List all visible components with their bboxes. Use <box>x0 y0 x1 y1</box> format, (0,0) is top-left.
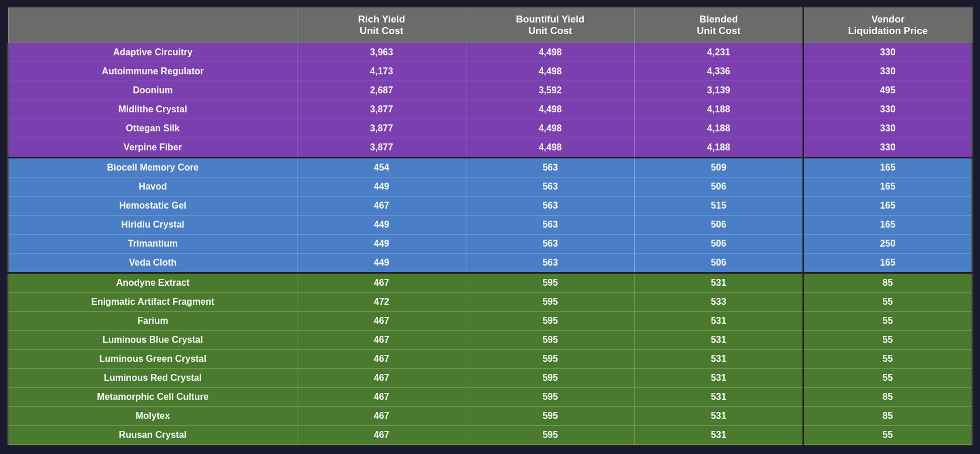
cell-rich-yield: 467 <box>297 196 466 215</box>
cell-bountiful-yield: 563 <box>466 158 635 177</box>
table-row: Anodyne Extract46759553185 <box>8 273 972 293</box>
cell-blended: 531 <box>635 350 804 369</box>
cell-material: Autoimmune Regulator <box>8 62 297 81</box>
table-row: Adaptive Circuitry3,9634,4984,231330 <box>8 43 972 62</box>
cell-material: Biocell Memory Core <box>8 158 297 177</box>
cell-material: Farium <box>8 312 297 331</box>
cell-rich-yield: 449 <box>297 254 466 273</box>
cell-rich-yield: 4,173 <box>297 62 466 81</box>
cell-bountiful-yield: 4,498 <box>466 43 635 62</box>
cell-bountiful-yield: 595 <box>466 293 635 312</box>
table-row: Ruusan Crystal46759553155 <box>8 426 972 445</box>
table-row: Luminous Red Crystal46759553155 <box>8 369 972 388</box>
table-row: Trimantium449563506250 <box>8 234 972 254</box>
cell-material: Molytex <box>8 407 297 426</box>
cell-material: Luminous Blue Crystal <box>8 331 297 350</box>
cell-vendor: 85 <box>803 388 972 407</box>
cell-bountiful-yield: 595 <box>466 273 635 293</box>
cell-vendor: 85 <box>803 407 972 426</box>
cell-material: Luminous Red Crystal <box>8 369 297 388</box>
cell-rich-yield: 454 <box>297 158 466 177</box>
cell-vendor: 55 <box>803 426 972 445</box>
cell-vendor: 495 <box>803 81 972 100</box>
cell-material: Ottegan Silk <box>8 119 297 138</box>
cell-rich-yield: 467 <box>297 388 466 407</box>
header-material <box>8 8 297 43</box>
table-row: Havod449563506165 <box>8 177 972 196</box>
cell-vendor: 85 <box>803 273 972 293</box>
cell-rich-yield: 2,687 <box>297 81 466 100</box>
cell-blended: 3,139 <box>635 81 804 100</box>
cell-rich-yield: 467 <box>297 407 466 426</box>
cell-vendor: 55 <box>803 350 972 369</box>
cell-blended: 506 <box>635 254 804 273</box>
cell-rich-yield: 449 <box>297 234 466 254</box>
cell-vendor: 165 <box>803 254 972 273</box>
cell-vendor: 330 <box>803 138 972 158</box>
table-row: Luminous Blue Crystal46759553155 <box>8 331 972 350</box>
cell-material: Hemostatic Gel <box>8 196 297 215</box>
table-row: Ottegan Silk3,8774,4984,188330 <box>8 119 972 138</box>
cell-material: Adaptive Circuitry <box>8 43 297 62</box>
cell-bountiful-yield: 563 <box>466 254 635 273</box>
cell-material: Luminous Green Crystal <box>8 350 297 369</box>
cell-bountiful-yield: 563 <box>466 234 635 254</box>
cell-rich-yield: 3,877 <box>297 119 466 138</box>
table-row: Doonium2,6873,5923,139495 <box>8 81 972 100</box>
cell-bountiful-yield: 595 <box>466 388 635 407</box>
cell-vendor: 165 <box>803 215 972 234</box>
cell-blended: 509 <box>635 158 804 177</box>
table-row: Luminous Green Crystal46759553155 <box>8 350 972 369</box>
cell-bountiful-yield: 3,592 <box>466 81 635 100</box>
table-row: Biocell Memory Core454563509165 <box>8 158 972 177</box>
cell-bountiful-yield: 4,498 <box>466 100 635 119</box>
cell-bountiful-yield: 595 <box>466 426 635 445</box>
cell-material: Trimantium <box>8 234 297 254</box>
cell-blended: 531 <box>635 312 804 331</box>
materials-table: Rich YieldUnit Cost Bountiful YieldUnit … <box>7 7 973 445</box>
cell-bountiful-yield: 595 <box>466 312 635 331</box>
cell-blended: 4,188 <box>635 138 804 158</box>
cell-vendor: 55 <box>803 293 972 312</box>
cell-vendor: 330 <box>803 43 972 62</box>
cell-rich-yield: 3,963 <box>297 43 466 62</box>
cell-rich-yield: 467 <box>297 350 466 369</box>
cell-blended: 515 <box>635 196 804 215</box>
header-blended: BlendedUnit Cost <box>635 8 804 43</box>
cell-vendor: 55 <box>803 312 972 331</box>
cell-material: Havod <box>8 177 297 196</box>
cell-vendor: 165 <box>803 177 972 196</box>
table-row: Veda Cloth449563506165 <box>8 254 972 273</box>
cell-material: Midlithe Crystal <box>8 100 297 119</box>
cell-vendor: 55 <box>803 331 972 350</box>
table-row: Hiridiu Crystal449563506165 <box>8 215 972 234</box>
cell-blended: 531 <box>635 407 804 426</box>
cell-bountiful-yield: 595 <box>466 369 635 388</box>
cell-bountiful-yield: 4,498 <box>466 62 635 81</box>
cell-blended: 531 <box>635 426 804 445</box>
cell-vendor: 250 <box>803 234 972 254</box>
cell-blended: 506 <box>635 177 804 196</box>
cell-rich-yield: 449 <box>297 177 466 196</box>
cell-rich-yield: 467 <box>297 369 466 388</box>
cell-blended: 4,231 <box>635 43 804 62</box>
cell-material: Doonium <box>8 81 297 100</box>
cell-rich-yield: 449 <box>297 215 466 234</box>
cell-material: Verpine Fiber <box>8 138 297 158</box>
cell-rich-yield: 3,877 <box>297 138 466 158</box>
cell-blended: 533 <box>635 293 804 312</box>
cell-blended: 531 <box>635 388 804 407</box>
header-row: Rich YieldUnit Cost Bountiful YieldUnit … <box>8 8 972 43</box>
cell-bountiful-yield: 595 <box>466 331 635 350</box>
cell-blended: 506 <box>635 215 804 234</box>
cell-material: Hiridiu Crystal <box>8 215 297 234</box>
table-row: Enigmatic Artifact Fragment47259553355 <box>8 293 972 312</box>
table-row: Autoimmune Regulator4,1734,4984,336330 <box>8 62 972 81</box>
header-rich-yield: Rich YieldUnit Cost <box>297 8 466 43</box>
cell-material: Ruusan Crystal <box>8 426 297 445</box>
cell-bountiful-yield: 563 <box>466 196 635 215</box>
table-row: Midlithe Crystal3,8774,4984,188330 <box>8 100 972 119</box>
cell-material: Metamorphic Cell Culture <box>8 388 297 407</box>
cell-rich-yield: 472 <box>297 293 466 312</box>
cell-material: Veda Cloth <box>8 254 297 273</box>
